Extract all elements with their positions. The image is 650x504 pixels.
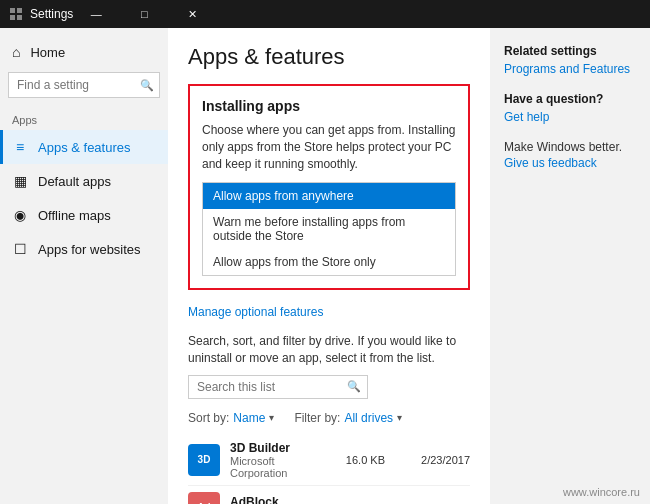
app-row[interactable]: AdAdBlockBetaFish2.36 MB2/24/2017	[188, 486, 470, 504]
svg-rect-0	[10, 8, 15, 13]
app-info: 3D BuilderMicrosoft Corporation	[230, 441, 330, 479]
app-size: 16.0 KB	[330, 454, 385, 466]
search-filter-desc: Search, sort, and filter by drive. If yo…	[188, 333, 470, 367]
svg-rect-1	[17, 8, 22, 13]
app-publisher: Microsoft Corporation	[230, 455, 330, 479]
sidebar-item-apps-features[interactable]: ≡ Apps & features	[0, 130, 168, 164]
feedback-label: Make Windows better.	[504, 140, 636, 154]
related-settings-label: Related settings	[504, 44, 636, 58]
svg-rect-3	[17, 15, 22, 20]
sidebar-item-label: Default apps	[38, 174, 111, 189]
svg-rect-2	[10, 15, 15, 20]
filter-label: Filter by:	[294, 411, 340, 425]
titlebar-icon	[8, 6, 24, 22]
main-content: Apps & features Installing apps Choose w…	[168, 28, 490, 504]
sidebar-item-label: Apps & features	[38, 140, 131, 155]
filter-chevron-icon: ▾	[397, 412, 402, 423]
option-warn[interactable]: Warn me before installing apps from outs…	[203, 209, 455, 249]
app-search-box: 🔍	[188, 375, 368, 399]
installing-apps-title: Installing apps	[202, 98, 456, 114]
search-box: 🔍	[8, 72, 160, 98]
home-label: Home	[30, 45, 65, 60]
installing-apps-box: Installing apps Choose where you can get…	[188, 84, 470, 290]
dropdown-options: Allow apps from anywhere Warn me before …	[202, 182, 456, 276]
app-name: 3D Builder	[230, 441, 330, 455]
manage-optional-features-link[interactable]: Manage optional features	[188, 305, 323, 319]
sort-filter-row: Sort by: Name ▾ Filter by: All drives ▾	[188, 411, 470, 425]
sidebar-item-offline-maps[interactable]: ◉ Offline maps	[0, 198, 168, 232]
app-icon: Ad	[188, 492, 220, 504]
app-info: AdBlockBetaFish	[230, 495, 330, 504]
app-search-search-icon: 🔍	[347, 380, 361, 393]
option-anywhere[interactable]: Allow apps from anywhere	[203, 183, 455, 209]
home-icon: ⌂	[12, 44, 20, 60]
sidebar-section-label: Apps	[0, 110, 168, 130]
maximize-button[interactable]: □	[121, 0, 167, 28]
page-title: Apps & features	[188, 44, 470, 70]
give-feedback-link[interactable]: Give us feedback	[504, 156, 636, 170]
titlebar-title: Settings	[30, 7, 73, 21]
sort-label: Sort by:	[188, 411, 229, 425]
sort-chevron-icon: ▾	[269, 412, 274, 423]
app-search-input[interactable]	[197, 380, 347, 394]
sidebar: ⌂ Home 🔍 Apps ≡ Apps & features ▦ Defaul…	[0, 28, 168, 504]
app-list: 3D3D BuilderMicrosoft Corporation16.0 KB…	[188, 435, 470, 504]
programs-features-link[interactable]: Programs and Features	[504, 62, 636, 76]
app-name: AdBlock	[230, 495, 330, 504]
default-apps-icon: ▦	[12, 173, 28, 189]
app-icon: 3D	[188, 444, 220, 476]
installing-apps-desc: Choose where you can get apps from. Inst…	[202, 122, 456, 172]
sidebar-item-label: Apps for websites	[38, 242, 141, 257]
search-input[interactable]	[8, 72, 160, 98]
offline-maps-icon: ◉	[12, 207, 28, 223]
app-date: 2/23/2017	[405, 454, 470, 466]
close-button[interactable]: ✕	[169, 0, 215, 28]
search-icon: 🔍	[140, 79, 154, 92]
apps-websites-icon: ☐	[12, 241, 28, 257]
sort-value[interactable]: Name	[233, 411, 265, 425]
titlebar: Settings — □ ✕	[0, 0, 650, 28]
right-panel: Related settings Programs and Features H…	[490, 28, 650, 504]
sidebar-home[interactable]: ⌂ Home	[0, 36, 168, 68]
filter-value[interactable]: All drives	[344, 411, 393, 425]
watermark: www.wincore.ru	[563, 486, 640, 498]
sidebar-item-label: Offline maps	[38, 208, 111, 223]
apps-features-icon: ≡	[12, 139, 28, 155]
minimize-button[interactable]: —	[73, 0, 119, 28]
sidebar-item-default-apps[interactable]: ▦ Default apps	[0, 164, 168, 198]
have-question-label: Have a question?	[504, 92, 636, 106]
app-row[interactable]: 3D3D BuilderMicrosoft Corporation16.0 KB…	[188, 435, 470, 486]
sidebar-item-apps-websites[interactable]: ☐ Apps for websites	[0, 232, 168, 266]
get-help-link[interactable]: Get help	[504, 110, 636, 124]
option-store-only[interactable]: Allow apps from the Store only	[203, 249, 455, 275]
